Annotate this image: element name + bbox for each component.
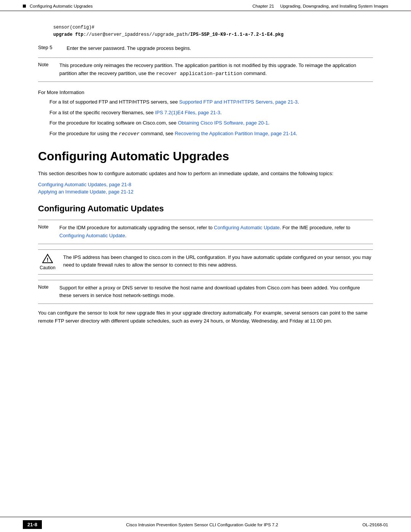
note-3-box: Note Support for either a proxy or DNS s…: [38, 280, 373, 304]
info-1-suffix: .: [298, 99, 299, 105]
footer-right-text: OL-29168-01: [362, 522, 388, 527]
section-main-title: Configuring Automatic Upgrades: [38, 149, 373, 163]
caution-text: The IPS address has been changed to cisc…: [63, 254, 373, 270]
info-4-link[interactable]: Recovering the Application Partition Ima…: [175, 131, 296, 136]
toc-link-2[interactable]: Applying an Immediate Update, page 21-12: [38, 189, 134, 195]
note-1-suffix: command.: [242, 70, 267, 76]
info-4-suffix: .: [296, 131, 297, 136]
toc-links: Configuring Automatic Updates, page 21-8…: [38, 182, 373, 195]
info-item-2: For a list of the specific recovery file…: [49, 109, 373, 117]
info-3-link[interactable]: Obtaining Cisco IPS Software, page 20-1: [178, 120, 268, 126]
note-1-code: recover application-partition: [156, 71, 242, 77]
note-1-box: Note This procedure only reimages the re…: [38, 58, 373, 82]
code-cmd-upgrade: upgrade ftp: [53, 32, 83, 37]
code-block: sensor(config)# upgrade ftp://user@serve…: [53, 24, 373, 38]
breadcrumb: Configuring Automatic Upgrades: [23, 4, 93, 8]
note-3-label: Note: [38, 284, 53, 300]
note-2-text: For the IDM procedure for automatically …: [59, 224, 373, 240]
note-2-link1[interactable]: Configuring Automatic Update: [214, 225, 280, 230]
info-item-1: For a list of supported FTP and HTTP/HTT…: [49, 98, 373, 106]
info-item-4: For the procedure for using the recover …: [49, 130, 373, 138]
info-1-prefix: For a list of supported FTP and HTTP/HTT…: [49, 99, 179, 105]
info-1-link[interactable]: Supported FTP and HTTP/HTTPS Servers, pa…: [179, 99, 298, 105]
chapter-label: Chapter 21: [252, 4, 274, 8]
note-1-text: This procedure only reimages the recover…: [59, 62, 373, 78]
info-3-suffix: .: [268, 120, 269, 126]
code-line1: sensor(config)#: [53, 24, 373, 31]
info-2-suffix: .: [220, 110, 222, 115]
body-paragraph: You can configure the sensor to look for…: [38, 309, 373, 325]
page-number: 21-8: [23, 520, 42, 529]
code-path-middle: ://user@server_ipaddress//upgrade_path/: [83, 32, 190, 37]
info-4-middle: command, see: [140, 131, 175, 136]
info-item-3: For the procedure for locating software …: [49, 119, 373, 127]
code-line2: upgrade ftp://user@server_ipaddress//upg…: [53, 31, 373, 38]
note-2-box: Note For the IDM procedure for automatic…: [38, 220, 373, 244]
code-pkg-name: IPS-SSP_10-K9-r-1.1-a-7.2-1-E4.pkg: [190, 32, 284, 37]
breadcrumb-text: Configuring Automatic Upgrades: [30, 4, 93, 8]
note-2-middle: . For the IME procedure, refer to: [280, 225, 350, 230]
chapter-title: Upgrading, Downgrading, and Installing S…: [280, 4, 388, 8]
for-more-info-label: For More Information: [38, 89, 373, 95]
toc-item-2: Applying an Immediate Update, page 21-12: [38, 189, 373, 195]
note-3-text: Support for either a proxy or DNS server…: [59, 284, 373, 300]
note-2-label: Note: [38, 224, 53, 240]
bullet-icon: [23, 5, 26, 8]
caution-icon-area: ! Caution: [38, 254, 57, 270]
note-1-label: Note: [38, 62, 53, 78]
info-2-link[interactable]: IPS 7.2(1)E4 Files, page 21-3: [155, 110, 220, 115]
footer-center-text: Cisco Intrusion Prevention System Sensor…: [126, 522, 278, 527]
toc-link-1[interactable]: Configuring Automatic Updates, page 21-8: [38, 182, 131, 187]
info-3-prefix: For the procedure for locating software …: [49, 120, 178, 126]
step-5-label: Step 5: [38, 45, 59, 52]
step-5-row: Step 5 Enter the server password. The up…: [38, 45, 373, 52]
caution-label: Caution: [40, 265, 55, 270]
page-content: sensor(config)# upgrade ftp://user@serve…: [0, 11, 411, 361]
svg-text:!: !: [47, 257, 49, 263]
note-2-suffix: .: [125, 233, 127, 238]
chapter-header: Chapter 21 Upgrading, Downgrading, and I…: [252, 4, 388, 8]
section-h2-title: Configuring Automatic Updates: [38, 204, 373, 214]
caution-box: ! Caution The IPS address has been chang…: [38, 249, 373, 275]
info-4-prefix: For the procedure for using the: [49, 131, 119, 136]
section-intro: This section describes how to configure …: [38, 170, 373, 178]
toc-item-1: Configuring Automatic Updates, page 21-8: [38, 182, 373, 187]
step-5-text: Enter the server password. The upgrade p…: [67, 45, 373, 52]
info-4-code: recover: [119, 131, 140, 137]
page-header: Configuring Automatic Upgrades Chapter 2…: [0, 0, 411, 11]
caution-triangle-icon: !: [42, 254, 53, 264]
info-list: For a list of supported FTP and HTTP/HTT…: [49, 98, 373, 137]
page-footer: 21-8 Cisco Intrusion Prevention System S…: [0, 517, 411, 532]
note-2-link2[interactable]: Configuring Automatic Update: [59, 233, 125, 238]
info-2-prefix: For a list of the specific recovery file…: [49, 110, 155, 115]
note-2-prefix: For the IDM procedure for automatically …: [59, 225, 214, 230]
